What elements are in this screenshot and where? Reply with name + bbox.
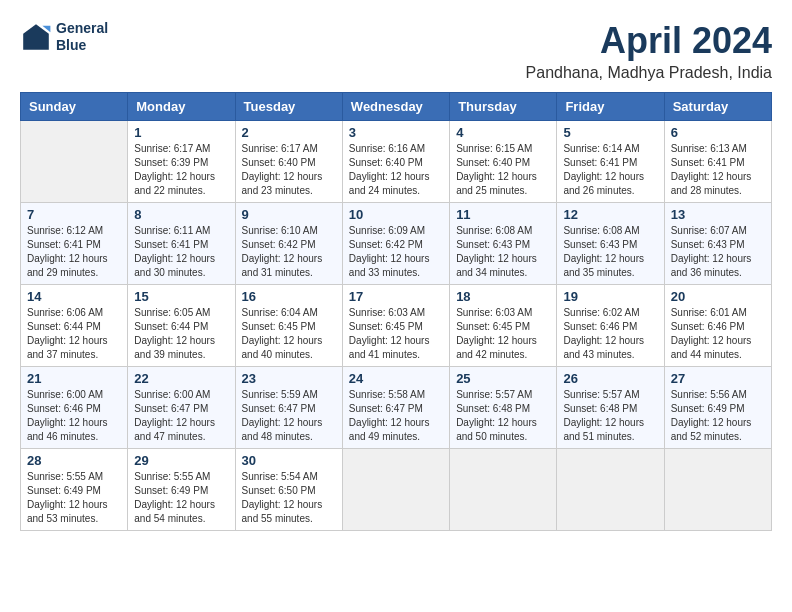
calendar-cell: 23 Sunrise: 5:59 AMSunset: 6:47 PMDaylig… [235, 367, 342, 449]
weekday-header-wednesday: Wednesday [342, 93, 449, 121]
day-number: 26 [563, 371, 657, 386]
calendar-cell [21, 121, 128, 203]
day-info: Sunrise: 6:01 AMSunset: 6:46 PMDaylight:… [671, 306, 765, 362]
day-info: Sunrise: 6:05 AMSunset: 6:44 PMDaylight:… [134, 306, 228, 362]
calendar-cell: 2 Sunrise: 6:17 AMSunset: 6:40 PMDayligh… [235, 121, 342, 203]
day-number: 1 [134, 125, 228, 140]
day-info: Sunrise: 6:10 AMSunset: 6:42 PMDaylight:… [242, 224, 336, 280]
day-number: 17 [349, 289, 443, 304]
day-number: 14 [27, 289, 121, 304]
calendar-cell: 18 Sunrise: 6:03 AMSunset: 6:45 PMDaylig… [450, 285, 557, 367]
day-number: 21 [27, 371, 121, 386]
day-info: Sunrise: 6:12 AMSunset: 6:41 PMDaylight:… [27, 224, 121, 280]
weekday-header-sunday: Sunday [21, 93, 128, 121]
day-number: 13 [671, 207, 765, 222]
calendar-cell [664, 449, 771, 531]
day-number: 30 [242, 453, 336, 468]
day-number: 29 [134, 453, 228, 468]
day-info: Sunrise: 6:15 AMSunset: 6:40 PMDaylight:… [456, 142, 550, 198]
day-info: Sunrise: 6:17 AMSunset: 6:40 PMDaylight:… [242, 142, 336, 198]
day-number: 5 [563, 125, 657, 140]
day-number: 27 [671, 371, 765, 386]
calendar-cell: 19 Sunrise: 6:02 AMSunset: 6:46 PMDaylig… [557, 285, 664, 367]
calendar-cell: 6 Sunrise: 6:13 AMSunset: 6:41 PMDayligh… [664, 121, 771, 203]
calendar-week-row: 1 Sunrise: 6:17 AMSunset: 6:39 PMDayligh… [21, 121, 772, 203]
calendar-cell: 10 Sunrise: 6:09 AMSunset: 6:42 PMDaylig… [342, 203, 449, 285]
day-info: Sunrise: 6:04 AMSunset: 6:45 PMDaylight:… [242, 306, 336, 362]
day-info: Sunrise: 5:59 AMSunset: 6:47 PMDaylight:… [242, 388, 336, 444]
day-info: Sunrise: 5:56 AMSunset: 6:49 PMDaylight:… [671, 388, 765, 444]
calendar-cell: 21 Sunrise: 6:00 AMSunset: 6:46 PMDaylig… [21, 367, 128, 449]
calendar-cell: 17 Sunrise: 6:03 AMSunset: 6:45 PMDaylig… [342, 285, 449, 367]
calendar-cell [450, 449, 557, 531]
calendar-cell: 28 Sunrise: 5:55 AMSunset: 6:49 PMDaylig… [21, 449, 128, 531]
calendar-cell: 5 Sunrise: 6:14 AMSunset: 6:41 PMDayligh… [557, 121, 664, 203]
calendar-cell: 22 Sunrise: 6:00 AMSunset: 6:47 PMDaylig… [128, 367, 235, 449]
calendar-week-row: 14 Sunrise: 6:06 AMSunset: 6:44 PMDaylig… [21, 285, 772, 367]
calendar-header-row: SundayMondayTuesdayWednesdayThursdayFrid… [21, 93, 772, 121]
calendar-week-row: 7 Sunrise: 6:12 AMSunset: 6:41 PMDayligh… [21, 203, 772, 285]
calendar-cell: 14 Sunrise: 6:06 AMSunset: 6:44 PMDaylig… [21, 285, 128, 367]
day-number: 25 [456, 371, 550, 386]
day-info: Sunrise: 6:07 AMSunset: 6:43 PMDaylight:… [671, 224, 765, 280]
day-info: Sunrise: 6:09 AMSunset: 6:42 PMDaylight:… [349, 224, 443, 280]
calendar-cell: 27 Sunrise: 5:56 AMSunset: 6:49 PMDaylig… [664, 367, 771, 449]
day-info: Sunrise: 5:54 AMSunset: 6:50 PMDaylight:… [242, 470, 336, 526]
calendar-cell: 20 Sunrise: 6:01 AMSunset: 6:46 PMDaylig… [664, 285, 771, 367]
day-info: Sunrise: 6:03 AMSunset: 6:45 PMDaylight:… [456, 306, 550, 362]
day-number: 7 [27, 207, 121, 222]
day-number: 18 [456, 289, 550, 304]
day-number: 11 [456, 207, 550, 222]
day-number: 23 [242, 371, 336, 386]
calendar-cell: 7 Sunrise: 6:12 AMSunset: 6:41 PMDayligh… [21, 203, 128, 285]
calendar-cell: 12 Sunrise: 6:08 AMSunset: 6:43 PMDaylig… [557, 203, 664, 285]
weekday-header-saturday: Saturday [664, 93, 771, 121]
day-number: 19 [563, 289, 657, 304]
day-number: 4 [456, 125, 550, 140]
calendar-week-row: 28 Sunrise: 5:55 AMSunset: 6:49 PMDaylig… [21, 449, 772, 531]
day-info: Sunrise: 5:55 AMSunset: 6:49 PMDaylight:… [27, 470, 121, 526]
calendar-cell: 1 Sunrise: 6:17 AMSunset: 6:39 PMDayligh… [128, 121, 235, 203]
day-info: Sunrise: 6:11 AMSunset: 6:41 PMDaylight:… [134, 224, 228, 280]
logo-text: General Blue [56, 20, 108, 54]
header: General Blue April 2024 Pandhana, Madhya… [20, 20, 772, 82]
calendar-cell [342, 449, 449, 531]
day-number: 9 [242, 207, 336, 222]
month-title: April 2024 [526, 20, 772, 62]
day-info: Sunrise: 6:00 AMSunset: 6:47 PMDaylight:… [134, 388, 228, 444]
weekday-header-monday: Monday [128, 93, 235, 121]
calendar-cell: 8 Sunrise: 6:11 AMSunset: 6:41 PMDayligh… [128, 203, 235, 285]
calendar-table: SundayMondayTuesdayWednesdayThursdayFrid… [20, 92, 772, 531]
calendar-cell: 4 Sunrise: 6:15 AMSunset: 6:40 PMDayligh… [450, 121, 557, 203]
day-info: Sunrise: 6:08 AMSunset: 6:43 PMDaylight:… [563, 224, 657, 280]
calendar-cell: 11 Sunrise: 6:08 AMSunset: 6:43 PMDaylig… [450, 203, 557, 285]
day-info: Sunrise: 6:08 AMSunset: 6:43 PMDaylight:… [456, 224, 550, 280]
day-number: 24 [349, 371, 443, 386]
day-info: Sunrise: 5:58 AMSunset: 6:47 PMDaylight:… [349, 388, 443, 444]
day-info: Sunrise: 5:57 AMSunset: 6:48 PMDaylight:… [456, 388, 550, 444]
calendar-cell: 15 Sunrise: 6:05 AMSunset: 6:44 PMDaylig… [128, 285, 235, 367]
day-info: Sunrise: 5:57 AMSunset: 6:48 PMDaylight:… [563, 388, 657, 444]
day-number: 3 [349, 125, 443, 140]
calendar-cell: 25 Sunrise: 5:57 AMSunset: 6:48 PMDaylig… [450, 367, 557, 449]
day-info: Sunrise: 6:14 AMSunset: 6:41 PMDaylight:… [563, 142, 657, 198]
day-number: 22 [134, 371, 228, 386]
general-blue-logo-icon [20, 21, 52, 53]
day-info: Sunrise: 6:03 AMSunset: 6:45 PMDaylight:… [349, 306, 443, 362]
calendar-cell [557, 449, 664, 531]
day-info: Sunrise: 6:16 AMSunset: 6:40 PMDaylight:… [349, 142, 443, 198]
calendar-cell: 30 Sunrise: 5:54 AMSunset: 6:50 PMDaylig… [235, 449, 342, 531]
day-info: Sunrise: 6:13 AMSunset: 6:41 PMDaylight:… [671, 142, 765, 198]
calendar-cell: 3 Sunrise: 6:16 AMSunset: 6:40 PMDayligh… [342, 121, 449, 203]
logo: General Blue [20, 20, 108, 54]
weekday-header-thursday: Thursday [450, 93, 557, 121]
title-section: April 2024 Pandhana, Madhya Pradesh, Ind… [526, 20, 772, 82]
calendar-week-row: 21 Sunrise: 6:00 AMSunset: 6:46 PMDaylig… [21, 367, 772, 449]
day-number: 6 [671, 125, 765, 140]
weekday-header-friday: Friday [557, 93, 664, 121]
day-info: Sunrise: 6:17 AMSunset: 6:39 PMDaylight:… [134, 142, 228, 198]
calendar-cell: 26 Sunrise: 5:57 AMSunset: 6:48 PMDaylig… [557, 367, 664, 449]
calendar-cell: 9 Sunrise: 6:10 AMSunset: 6:42 PMDayligh… [235, 203, 342, 285]
day-number: 28 [27, 453, 121, 468]
calendar-cell: 29 Sunrise: 5:55 AMSunset: 6:49 PMDaylig… [128, 449, 235, 531]
